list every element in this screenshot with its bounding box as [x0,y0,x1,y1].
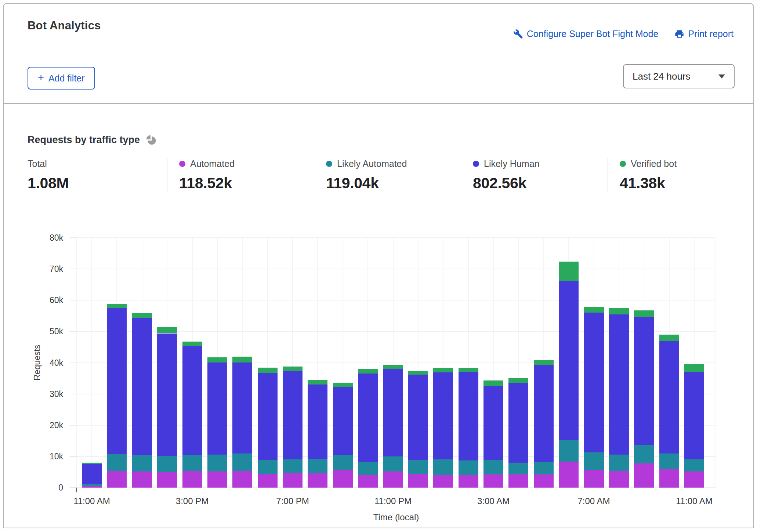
stat-total-value: 1.08M [28,175,167,192]
bar-1-12-00-pm[interactable] [107,238,127,488]
stat-verified-bot-value: 41.38k [620,175,743,192]
bar-4-3-00-pm[interactable] [182,238,202,488]
bar-segment-automated [132,471,152,488]
x-axis-title: Time (local) [76,512,716,522]
y-axis-tickmark [70,456,76,456]
bar-12-11-00-pm[interactable] [383,238,403,488]
x-axis-tick-label: 7:00 PM [276,496,309,506]
bar-segment-likely-human [283,371,303,459]
y-axis-tickmark [70,269,76,269]
bar-21-8-00-am[interactable] [609,238,629,488]
y-axis-tick-label: 70k [50,264,63,274]
y-axis-tickmark [70,331,76,332]
pie-chart-icon[interactable] [146,135,156,145]
bar-segment-verified-bot [358,369,378,374]
printer-icon [674,29,684,39]
bar-segment-likely-automated [283,459,303,473]
bar-segment-automated [534,474,554,488]
y-axis-tick-label: 10k [50,451,63,461]
stat-likely-human[interactable]: Likely Human 802.56k [461,158,608,192]
y-axis-tick-label: 40k [50,358,63,368]
bar-16-3-00-am[interactable] [483,238,503,488]
bar-11-10-00-pm[interactable] [358,238,378,488]
bar-17-4-00-am[interactable] [508,238,528,488]
y-axis-tick-label: 0 [58,483,63,493]
bar-segment-automated [684,471,704,488]
bar-segment-likely-human [82,464,102,484]
bar-segment-likely-human [132,318,152,456]
bar-22-9-00-am[interactable] [634,238,654,488]
add-filter-label: Add filter [48,73,85,84]
stat-automated[interactable]: Automated 118.52k [167,158,314,192]
bar-segment-verified-bot [559,262,579,281]
chevron-down-icon [718,74,725,79]
bar-segment-likely-automated [333,455,353,470]
bar-segment-automated [283,473,303,488]
stat-likely-automated[interactable]: Likely Automated 119.04k [314,158,461,192]
bar-segment-likely-automated [459,460,478,475]
bar-2-1-00-pm[interactable] [132,238,152,488]
x-axis-tick-label: 3:00 PM [176,496,209,506]
configure-link-label: Configure Super Bot Fight Mode [527,29,659,39]
time-range-dropdown[interactable]: Last 24 hours [623,64,735,88]
bar-segment-likely-automated [584,452,604,470]
bar-segment-verified-bot [408,371,428,375]
bar-19-6-00-am[interactable] [559,238,579,488]
y-axis-tick-label: 80k [50,233,63,243]
bar-5-4-00-pm[interactable] [207,238,227,488]
bar-segment-likely-human [207,362,227,455]
bar-segment-likely-human [258,373,278,460]
stat-total: Total 1.08M [28,158,167,192]
bar-24-11-00-am[interactable] [684,238,704,488]
header-links: Configure Super Bot Fight Mode Print rep… [513,29,734,39]
bar-13-12-00-am[interactable] [408,238,428,488]
bar-14-1-00-am[interactable] [433,238,453,488]
stat-likely-automated-label: Likely Automated [337,158,407,169]
bar-segment-likely-automated [258,460,278,474]
bar-segment-automated [107,471,127,488]
gridline-vertical [716,238,716,488]
bar-7-6-00-pm[interactable] [258,238,278,488]
bar-segment-likely-automated [232,453,252,471]
bar-segment-likely-human [232,362,252,454]
bar-9-8-00-pm[interactable] [308,238,327,488]
print-report-link[interactable]: Print report [674,29,734,39]
bar-20-7-00-am[interactable] [584,238,604,488]
bar-23-10-00-am[interactable] [659,238,679,488]
bar-segment-verified-bot [82,463,102,464]
configure-super-bot-fight-mode-link[interactable]: Configure Super Bot Fight Mode [513,29,659,39]
x-axis-tick-label: 3:00 AM [477,496,510,506]
bar-segment-verified-bot [333,383,353,387]
y-axis-tick-label: 20k [50,420,63,430]
bar-15-2-00-am[interactable] [459,238,478,488]
bar-segment-automated [182,471,202,488]
y-axis-labels: 010k20k30k40k50k60k70k80k [4,238,76,488]
page-title: Bot Analytics [28,19,101,32]
bar-segment-automated [358,475,378,488]
x-axis-labels: 11:00 AM3:00 PM7:00 PM11:00 PM3:00 AM7:0… [76,496,716,509]
bar-segment-verified-bot [283,367,303,372]
bar-segment-automated [508,474,528,488]
stat-likely-human-label: Likely Human [484,158,539,169]
stat-automated-label: Automated [190,158,235,169]
stat-verified-bot[interactable]: Verified bot 41.38k [608,158,743,192]
bar-segment-verified-bot [634,310,654,317]
bar-18-5-00-am[interactable] [534,238,554,488]
bar-0-11-00-am[interactable] [82,238,102,488]
y-axis-tickmark [70,300,76,300]
bot-analytics-card: Bot Analytics Configure Super Bot Fight … [3,3,754,528]
bar-10-9-00-pm[interactable] [333,238,353,488]
header-divider [4,103,753,104]
bar-segment-automated [207,471,227,488]
bar-segment-likely-automated [132,455,152,471]
bar-segment-likely-human [157,334,177,456]
add-filter-button[interactable]: + Add filter [28,67,95,90]
bar-segment-likely-automated [508,463,528,474]
bar-segment-likely-automated [308,459,327,473]
bar-6-5-00-pm[interactable] [232,238,252,488]
bar-segment-verified-bot [609,308,629,314]
bar-3-2-00-pm[interactable] [157,238,177,488]
bar-8-7-00-pm[interactable] [283,238,303,488]
stat-verified-bot-label: Verified bot [631,158,677,169]
bar-segment-likely-human [358,374,378,462]
